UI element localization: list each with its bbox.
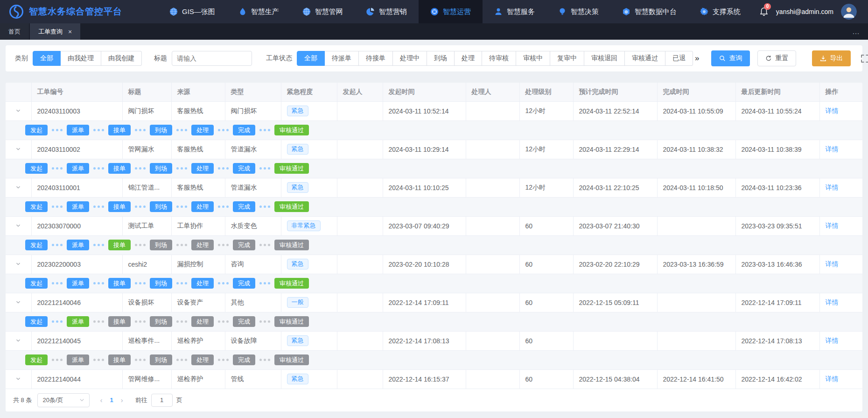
status-option-8[interactable]: 复审中 xyxy=(550,51,584,66)
urgency-tag: 紧急 xyxy=(287,182,308,193)
cell-urgency: 紧急 xyxy=(281,101,337,120)
cell-initiator xyxy=(337,216,383,235)
tab-1[interactable]: 工单查询× xyxy=(30,23,80,40)
nav-item-service-person[interactable]: 智慧服务 xyxy=(483,0,546,23)
detail-link[interactable]: 详情 xyxy=(826,298,839,306)
detail-link[interactable]: 详情 xyxy=(826,260,839,268)
col-header-order_no: 工单编号 xyxy=(31,83,122,101)
expand-row-icon[interactable] xyxy=(15,107,21,115)
status-option-7[interactable]: 审核中 xyxy=(516,51,550,66)
cell-finish_time: 2023-03-13 16:36:59 xyxy=(657,255,735,274)
nav-item-decision-bulb[interactable]: 智慧决策 xyxy=(546,0,610,23)
cell-urgency: 紧急 xyxy=(281,140,337,159)
workflow-step-3: 到场 xyxy=(150,125,172,136)
expand-row-icon[interactable] xyxy=(15,222,21,230)
expand-row-icon[interactable] xyxy=(15,261,21,268)
cell-urgency: 一般 xyxy=(281,293,337,312)
detail-link[interactable]: 详情 xyxy=(826,184,839,191)
workflow-step-5: 完成 xyxy=(233,316,255,327)
title-input[interactable] xyxy=(172,51,252,66)
page-size-select[interactable]: 20条/页 xyxy=(37,393,90,407)
status-option-1[interactable]: 待派单 xyxy=(325,51,359,66)
user-email[interactable]: yanshi@admin.com xyxy=(776,8,833,15)
cell-expected_time: 2024-03-11 22:10:25 xyxy=(573,178,657,197)
expand-cell xyxy=(6,101,31,120)
expand-row-icon[interactable] xyxy=(15,146,21,153)
fullscreen-icon[interactable] xyxy=(861,55,868,63)
expand-row-icon[interactable] xyxy=(15,337,21,345)
cell-initiator xyxy=(337,140,383,159)
cell-action: 详情 xyxy=(819,140,862,159)
table-row: 202302200003ceshi2漏损控制咨询紧急2023-02-20 10:… xyxy=(6,255,862,274)
workflow-step-5: 完成 xyxy=(233,163,255,174)
nav-item-support-gear[interactable]: 支撑系统 xyxy=(688,0,752,23)
status-option-11[interactable]: 已退 xyxy=(665,51,693,66)
next-page-arrow[interactable]: › xyxy=(121,396,123,404)
table-header-row: 工单编号标题来源类型紧急程度发起人发起时间处理人处理级别预计完成时间完成时间最后… xyxy=(6,83,862,101)
nav-item-pipeline-globe[interactable]: 智慧管网 xyxy=(291,0,355,23)
prev-page-arrow[interactable]: ‹ xyxy=(100,396,102,404)
nav-item-production-droplet[interactable]: 智慧生产 xyxy=(227,0,291,23)
notification-count-badge: 0 xyxy=(764,3,771,10)
status-option-9[interactable]: 审核退回 xyxy=(584,51,625,66)
cell-update_time: 2024-03-11 10:23:36 xyxy=(735,178,819,197)
nav-item-marketing-pie[interactable]: 智慧营销 xyxy=(355,0,419,23)
export-button[interactable]: 导出 xyxy=(812,50,851,66)
main-menu: GIS—张图智慧生产智慧管网智慧营销智慧运营智慧服务智慧决策智慧数据中台支撑系统 xyxy=(158,0,752,23)
reset-button[interactable]: 重置 xyxy=(757,50,796,66)
nav-item-operations-circle[interactable]: 智慧运营 xyxy=(419,0,483,23)
marketing-pie-icon xyxy=(366,7,375,16)
user-avatar[interactable] xyxy=(841,4,857,20)
detail-link[interactable]: 详情 xyxy=(826,375,839,383)
workflow-connector-dots xyxy=(218,205,229,208)
workflow-row: 发起派单接单到场处理完成审核通过 xyxy=(6,235,862,255)
category-option-2[interactable]: 由我创建 xyxy=(101,51,142,66)
search-button[interactable]: 查询 xyxy=(711,50,750,66)
tab-0[interactable]: 首页 xyxy=(0,23,29,40)
cell-title: ceshi2 xyxy=(122,255,171,274)
workflow-connector-dots xyxy=(218,359,229,361)
status-option-6[interactable]: 待审核 xyxy=(482,51,516,66)
detail-link[interactable]: 详情 xyxy=(826,222,839,229)
workflow-connector-dots xyxy=(135,359,146,361)
cell-source: 漏损控制 xyxy=(171,255,225,274)
tab-more-icon[interactable]: … xyxy=(852,28,868,36)
status-option-0[interactable]: 全部 xyxy=(297,51,325,66)
status-option-5[interactable]: 处理 xyxy=(455,51,482,66)
category-option-1[interactable]: 由我处理 xyxy=(61,51,101,66)
status-option-2[interactable]: 待接单 xyxy=(359,51,393,66)
cell-source: 客服热线 xyxy=(171,101,225,120)
notification-bell-icon[interactable]: 0 xyxy=(759,7,769,17)
cell-handler xyxy=(466,216,519,235)
workflow-connector-dots xyxy=(135,244,146,246)
expand-row-icon[interactable] xyxy=(15,299,21,306)
detail-link[interactable]: 详情 xyxy=(826,107,839,114)
detail-link[interactable]: 详情 xyxy=(826,337,839,344)
workflow-step-4: 处理 xyxy=(191,240,214,251)
cell-title: 阀门损坏 xyxy=(122,101,171,120)
status-option-4[interactable]: 到场 xyxy=(427,51,455,66)
status-option-10[interactable]: 审核通过 xyxy=(625,51,665,66)
cell-finish_time: 2022-12-14 16:41:50 xyxy=(657,369,735,389)
cell-handler xyxy=(466,293,519,312)
col-header-expected_time: 预计完成时间 xyxy=(573,83,657,101)
workflow-connector-dots xyxy=(135,320,146,323)
status-option-3[interactable]: 处理中 xyxy=(393,51,427,66)
category-option-0[interactable]: 全部 xyxy=(33,51,61,66)
urgency-tag: 紧急 xyxy=(287,144,308,155)
cell-start_time: 2022-12-14 16:15:37 xyxy=(383,369,466,389)
tab-close-icon[interactable]: × xyxy=(68,28,72,35)
current-page-number[interactable]: 1 xyxy=(110,397,113,404)
nav-item-gis-globe[interactable]: GIS—张图 xyxy=(158,0,227,23)
goto-page-input[interactable] xyxy=(151,394,173,407)
status-more-chevron-icon[interactable]: » xyxy=(695,54,699,63)
workflow-connector-dots xyxy=(52,359,63,361)
cell-finish_time xyxy=(657,293,735,312)
cell-type: 水质变色 xyxy=(225,216,281,235)
expand-row-icon[interactable] xyxy=(15,375,21,383)
workflow-connector-dots xyxy=(52,320,63,323)
workflow-step-6: 审核通过 xyxy=(274,278,309,289)
nav-item-data-hexagon[interactable]: 智慧数据中台 xyxy=(610,0,688,23)
expand-row-icon[interactable] xyxy=(15,184,21,191)
detail-link[interactable]: 详情 xyxy=(826,145,839,153)
